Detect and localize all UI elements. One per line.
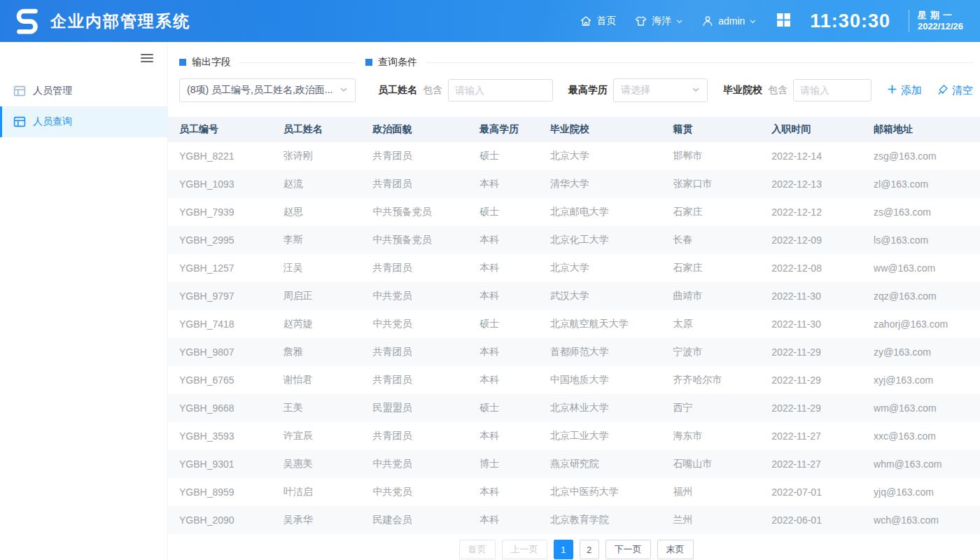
chevron-down-icon (692, 84, 700, 97)
table-cell: 赵思 (272, 198, 362, 226)
table-row: YGBH_2995李斯中共预备党员本科北京化工大学长春2022-12-09ls@… (168, 226, 980, 254)
add-condition-button[interactable]: 添加 (887, 84, 922, 97)
table-cell: 北京大学 (539, 254, 662, 282)
output-fields-select[interactable]: (8项) 员工编号,员工姓名,政治面... (179, 78, 356, 102)
pagination-page-button[interactable]: 1 (554, 540, 573, 559)
apps-grid-icon[interactable] (775, 11, 792, 31)
table-cell: 北京中医药大学 (539, 478, 662, 506)
table-cell: xyj@163.com (862, 366, 980, 394)
table-cell: 硕士 (468, 310, 539, 338)
table-cell: zs@163.com (862, 198, 980, 226)
pagination-last-button[interactable]: 末页 (657, 540, 694, 559)
pagination-prev-button[interactable]: 上一页 (502, 540, 547, 559)
table-cell: YGBH_2090 (168, 506, 272, 534)
clock: 11:30:30 (810, 10, 890, 32)
table-cell: 民建会员 (361, 506, 468, 534)
table-row: YGBH_9668王美民盟盟员硕士北京林业大学西宁2022-11-29wm@16… (168, 394, 980, 422)
user-icon (701, 15, 714, 27)
shirt-icon (634, 15, 648, 27)
table-cell: YGBH_9797 (168, 282, 272, 310)
table-row: YGBH_7939赵思中共预备党员硕士北京邮电大学石家庄2022-12-12zs… (168, 198, 980, 226)
table-cell: zsg@163.com (862, 142, 980, 170)
highest-degree-select[interactable]: 请选择 (613, 78, 708, 102)
table-cell: 2022-11-29 (760, 366, 862, 394)
table-cell: 本科 (468, 254, 539, 282)
employee-name-input[interactable] (448, 79, 553, 102)
table-cell: 2022-12-08 (760, 254, 862, 282)
table-cell: 齐齐哈尔市 (662, 366, 761, 394)
table-row: YGBH_9797周启正中共党员本科武汉大学曲靖市2022-11-30zqz@1… (168, 282, 980, 310)
app-header: 企业内部管理系统 首页 海洋 (0, 0, 980, 42)
table-cell: 北京化工大学 (539, 226, 662, 254)
table-cell: 共青团员 (361, 254, 468, 282)
filter-panel: 输出字段 (8项) 员工编号,员工姓名,政治面... 查询条件 员 (168, 42, 980, 117)
graduate-school-label: 毕业院校 (723, 84, 762, 97)
clear-button[interactable]: 清空 (937, 84, 973, 97)
table-cell: YGBH_7418 (168, 310, 272, 338)
contains-operator: 包含 (423, 84, 442, 97)
table-cell: 2022-11-29 (760, 338, 862, 366)
table-cell: yjq@163.com (862, 478, 980, 506)
weekday: 星期一 (918, 10, 963, 21)
column-header: 员工姓名 (272, 117, 362, 142)
table-cell: 硕士 (468, 394, 539, 422)
table-row: YGBH_9807詹雅共青团员本科首都师范大学宁波市2022-11-29zy@1… (168, 338, 980, 366)
nav-user-label: admin (718, 15, 745, 27)
output-fields-section: 输出字段 (8项) 员工编号,员工姓名,政治面... (179, 56, 356, 117)
table-cell: 共青团员 (361, 142, 468, 170)
sidebar: 人员管理 人员查询 (0, 42, 168, 560)
sidebar-item-label: 人员查询 (33, 115, 72, 128)
sidebar-item-personnel-query[interactable]: 人员查询 (0, 106, 167, 137)
table-row: YGBH_1257汪吴共青团员本科北京大学石家庄2022-12-08ww@163… (168, 254, 980, 282)
graduate-school-input[interactable] (793, 79, 872, 102)
table-cell: 本科 (468, 170, 539, 198)
table-cell: YGBH_2995 (168, 226, 272, 254)
table-cell: 本科 (468, 366, 539, 394)
table-cell: 2022-12-12 (760, 198, 862, 226)
table-cell: 李斯 (272, 226, 362, 254)
main-content: 输出字段 (8项) 员工编号,员工姓名,政治面... 查询条件 员 (168, 42, 980, 560)
nav-home[interactable]: 首页 (580, 15, 616, 27)
table-cell: 民盟盟员 (361, 394, 468, 422)
window-icon (13, 115, 26, 128)
nav-theme[interactable]: 海洋 (634, 15, 683, 27)
table-cell: wch@163.com (862, 506, 980, 534)
table-cell: 北京工业大学 (539, 422, 662, 450)
employee-name-label: 员工姓名 (378, 84, 417, 97)
output-fields-title: 输出字段 (179, 56, 356, 69)
table-cell: ww@163.com (862, 254, 980, 282)
table-header-row: 员工编号员工姓名政治面貌最高学历毕业院校籍贯入职时间邮箱地址 (168, 117, 980, 142)
table-row: YGBH_7418赵芮婕中共党员硕士北京航空航天大学太原2022-11-30za… (168, 310, 980, 338)
chevron-down-icon (749, 18, 757, 25)
table-cell: 硕士 (468, 142, 539, 170)
pagination-first-button[interactable]: 首页 (459, 540, 496, 559)
table-cell: 中共预备党员 (361, 198, 468, 226)
table-cell: 北京航空航天大学 (539, 310, 662, 338)
sidebar-item-personnel-management[interactable]: 人员管理 (0, 76, 167, 106)
pagination-next-button[interactable]: 下一页 (606, 540, 651, 559)
query-conditions-title: 查询条件 (365, 56, 973, 69)
section-bullet (365, 59, 372, 66)
chevron-down-icon (676, 18, 683, 25)
sidebar-item-label: 人员管理 (33, 85, 72, 97)
table-cell: YGBH_9668 (168, 394, 272, 422)
table-cell: 本科 (468, 422, 539, 450)
table-cell: 中共党员 (361, 310, 468, 338)
table-cell: 谢怡君 (272, 366, 362, 394)
table-cell: YGBH_1093 (168, 170, 272, 198)
window-icon (13, 85, 26, 97)
pagination-page-button[interactable]: 2 (580, 540, 599, 559)
table-cell: 张诗刚 (272, 142, 362, 170)
table-cell: 本科 (468, 282, 539, 310)
table-cell: 赵流 (272, 170, 362, 198)
table-cell: 共青团员 (361, 338, 468, 366)
table-cell: 本科 (468, 506, 539, 534)
collapse-menu-icon[interactable] (141, 52, 153, 64)
table-cell: 许宜辰 (272, 422, 362, 450)
nav-user[interactable]: admin (701, 15, 757, 27)
employee-table: 员工编号员工姓名政治面貌最高学历毕业院校籍贯入职时间邮箱地址 YGBH_8221… (168, 117, 980, 534)
brush-clear-icon (937, 84, 948, 97)
query-conditions-section: 查询条件 员工姓名 包含 最高学历 请选择 毕业院校 包含 (365, 56, 973, 117)
table-cell: zy@163.com (862, 338, 980, 366)
pagination: 首页 上一页 12 下一页 末页 (168, 534, 980, 559)
